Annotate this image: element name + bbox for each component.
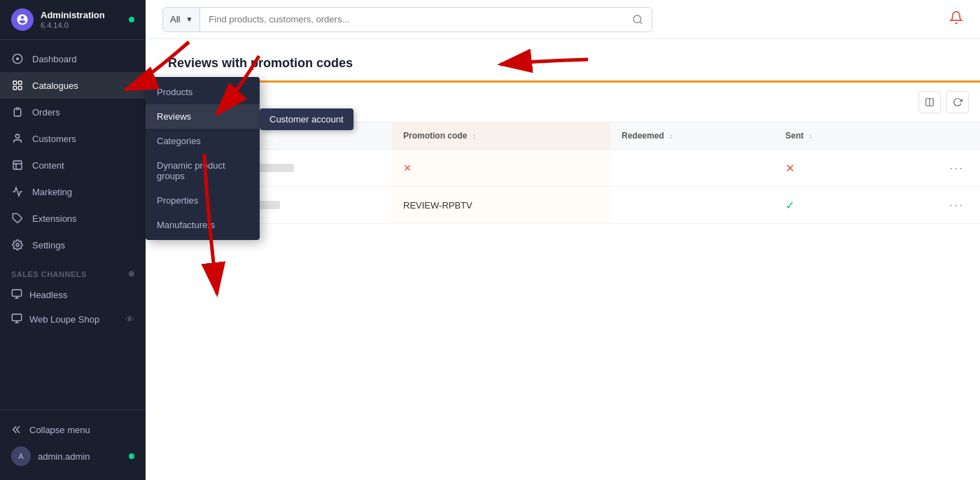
sort-redeemed-icon: ↕ (669, 132, 673, 140)
sidebar-item-label-orders: Orders (32, 107, 60, 118)
svg-rect-4 (13, 86, 17, 90)
orders-icon (11, 106, 24, 118)
web-loupe-label: Web Loupe Shop (29, 314, 99, 325)
app-logo (11, 8, 34, 31)
sidebar-item-web-loupe-shop[interactable]: Web Loupe Shop 👁 (0, 307, 146, 332)
marketing-icon (11, 185, 24, 198)
content-icon (11, 159, 24, 171)
row1-actions-button[interactable]: ··· (949, 161, 964, 175)
topbar: All ▼ (146, 0, 980, 39)
collapse-menu-button[interactable]: Collapse menu (11, 418, 134, 441)
row1-redeemed (610, 150, 774, 187)
submenu-label-dynamic-product-groups: Dynamic product groups (157, 160, 225, 181)
sort-sent-icon: ↕ (808, 132, 812, 140)
submenu-item-products[interactable]: Products (146, 80, 260, 104)
settings-icon (11, 239, 24, 251)
headless-icon (11, 288, 22, 302)
sidebar-item-extensions[interactable]: Extensions (0, 205, 146, 232)
eye-icon[interactable]: 👁 (125, 314, 134, 325)
th-promotion-code[interactable]: Promotion code ↕ (392, 122, 610, 150)
sidebar-item-settings[interactable]: Settings (0, 232, 146, 258)
submenu-item-manufacturers[interactable]: Manufacturers (146, 213, 260, 237)
submenu-label-manufacturers: Manufacturers (157, 220, 215, 230)
dashboard-icon (11, 52, 24, 65)
svg-point-12 (634, 15, 641, 23)
sidebar-item-catalogues[interactable]: Catalogues (0, 72, 146, 99)
collapse-icon (11, 424, 22, 435)
sidebar-item-label-dashboard: Dashboard (32, 54, 77, 64)
svg-point-6 (15, 134, 19, 138)
svg-rect-3 (18, 81, 22, 85)
online-status-dot (129, 17, 134, 22)
sidebar-item-label-extensions: Extensions (32, 213, 77, 224)
search-filter-dropdown[interactable]: All ▼ (163, 8, 200, 31)
sidebar-item-headless[interactable]: Headless (0, 283, 146, 307)
bell-icon (949, 10, 963, 24)
table-row: CM ✕ ✕ ··· (146, 150, 980, 187)
sidebar-item-orders[interactable]: Orders (0, 99, 146, 125)
search-icon (632, 14, 643, 25)
sort-promo-icon: ↕ (472, 132, 476, 140)
chevron-down-icon: ▼ (186, 15, 192, 23)
search-button[interactable] (624, 14, 652, 25)
notification-button[interactable] (949, 10, 963, 28)
user-account-item[interactable]: A admin.admin (11, 441, 134, 472)
row2-actions-button[interactable]: ··· (949, 198, 964, 212)
row2-redeemed (610, 187, 774, 224)
sales-channels-label: Sales Channels (11, 270, 87, 278)
svg-rect-2 (13, 81, 17, 85)
customers-icon (11, 132, 24, 145)
refresh-icon (953, 97, 962, 107)
user-avatar: A (11, 446, 31, 466)
search-filter-label: All (170, 14, 180, 24)
th-redeemed-label: Redeemed (622, 131, 664, 141)
th-promotion-label: Promotion code (403, 131, 467, 141)
th-redeemed[interactable]: Redeemed ↕ (610, 122, 774, 150)
headless-label: Headless (29, 290, 67, 300)
sidebar-item-marketing[interactable]: Marketing (0, 178, 146, 205)
sidebar-item-content[interactable]: Content (0, 152, 146, 178)
sidebar-item-customers[interactable]: Customers (0, 125, 146, 152)
submenu-label-products: Products (157, 87, 192, 97)
row1-sent: ✕ (774, 150, 938, 187)
main-area: All ▼ Reviews with promotion codes (146, 0, 980, 480)
sidebar-nav: Dashboard Catalogues Orders Customers Co… (0, 40, 146, 409)
page-header: Reviews with promotion codes (146, 39, 980, 83)
row2-promo-code-value: REVIEW-RPBTV (403, 200, 472, 211)
page-title: Reviews with promotion codes (168, 56, 958, 80)
columns-icon (925, 97, 934, 107)
submenu-item-reviews[interactable]: Reviews (146, 104, 260, 129)
svg-point-9 (16, 243, 19, 246)
th-actions (938, 122, 980, 150)
columns-button[interactable] (918, 91, 941, 113)
sales-channels-section: Sales Channels ⊕ (0, 258, 146, 283)
submenu-label-categories: Categories (157, 136, 201, 146)
content-area: Reviews with promotion codes Name ↕ (146, 39, 980, 480)
search-input[interactable] (200, 14, 624, 24)
row2-actions[interactable]: ··· (938, 187, 980, 224)
add-sales-channel-icon[interactable]: ⊕ (128, 269, 135, 278)
search-bar: All ▼ (162, 7, 652, 32)
row1-actions[interactable]: ··· (938, 150, 980, 187)
app-version: 6.4.14.0 (41, 21, 105, 29)
sidebar-item-label-content: Content (32, 160, 64, 171)
submenu-item-categories[interactable]: Categories (146, 129, 260, 153)
customer-account-tooltip: Customer account (260, 108, 354, 130)
svg-rect-10 (12, 290, 21, 296)
row2-promo-code: REVIEW-RPBTV (392, 187, 610, 224)
sidebar-item-label-settings: Settings (32, 240, 65, 250)
submenu-item-dynamic-product-groups[interactable]: Dynamic product groups (146, 153, 260, 188)
th-sent-label: Sent (785, 131, 804, 141)
submenu-label-properties: Properties (157, 195, 198, 206)
table-row: CM REVIEW-RPBTV ✓ ··· (146, 187, 980, 224)
collapse-label: Collapse menu (29, 425, 90, 435)
sidebar: Administration 6.4.14.0 Dashboard Catalo… (0, 0, 146, 480)
sidebar-item-label-marketing: Marketing (32, 187, 72, 197)
submenu-item-properties[interactable]: Properties (146, 188, 260, 213)
tooltip-label: Customer account (270, 114, 344, 125)
sidebar-item-dashboard[interactable]: Dashboard (0, 45, 146, 72)
catalogues-submenu: Products Reviews Categories Dynamic prod… (146, 77, 260, 240)
th-sent[interactable]: Sent ↕ (774, 122, 938, 150)
refresh-button[interactable] (946, 91, 969, 113)
svg-rect-5 (18, 86, 22, 90)
